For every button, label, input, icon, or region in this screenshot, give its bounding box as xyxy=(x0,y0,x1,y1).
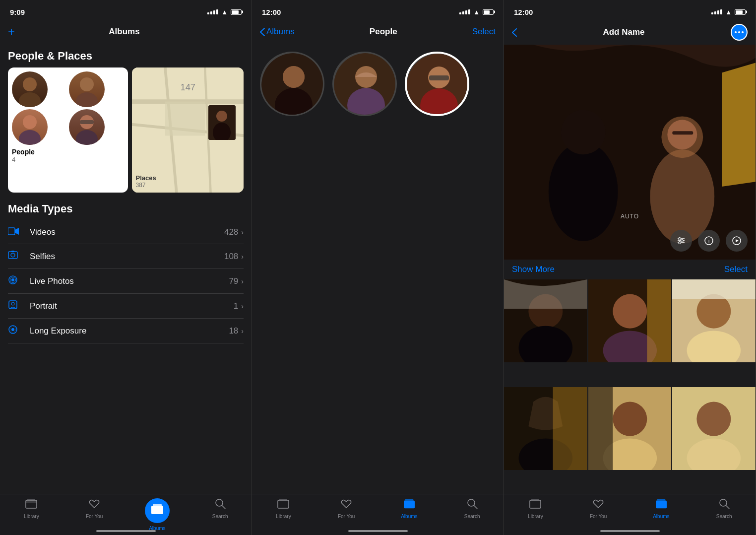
longexposure-icon xyxy=(8,325,24,337)
svg-point-57 xyxy=(738,31,740,33)
livephotos-label: Live Photos xyxy=(30,276,229,286)
addname-nav-title: Add Name xyxy=(603,27,644,37)
avatar-1 xyxy=(12,71,48,107)
tab-library-3[interactable]: Library xyxy=(504,498,567,519)
media-types-section: Media Types Videos 428 › Selfies 108 › xyxy=(8,202,244,343)
show-more-bar: Show More Select xyxy=(504,260,756,279)
media-item-portrait[interactable]: Portrait 1 › xyxy=(8,294,244,319)
person-item-2[interactable] xyxy=(332,52,397,116)
nav-bar-3: Add Name xyxy=(504,22,756,45)
auto-badge: AUTO xyxy=(621,213,639,220)
foryou-tab-label-2: For You xyxy=(338,514,355,519)
media-item-selfies[interactable]: Selfies 108 › xyxy=(8,244,244,269)
search-tab-icon-3 xyxy=(719,498,730,512)
tab-albums-2[interactable]: Albums xyxy=(378,498,441,519)
foryou-tab-label-3: For You xyxy=(590,514,607,519)
search-tab-label-3: Search xyxy=(716,514,732,519)
library-tab-label-2: Library xyxy=(276,514,291,519)
livephotos-count: 79 xyxy=(229,276,238,286)
albums-tab-icon-3 xyxy=(655,498,667,512)
svg-point-0 xyxy=(23,77,37,91)
tab-search-3[interactable]: Search xyxy=(693,498,756,519)
svg-point-77 xyxy=(613,294,647,328)
video-icon xyxy=(8,226,24,238)
svg-rect-33 xyxy=(26,500,37,503)
tab-albums-3[interactable]: Albums xyxy=(630,498,693,519)
tab-library-2[interactable]: Library xyxy=(252,498,315,519)
status-time-1: 9:09 xyxy=(10,8,25,16)
photo-controls: i xyxy=(670,230,748,252)
svg-point-22 xyxy=(11,253,15,257)
tab-library-1[interactable]: Library xyxy=(0,498,63,519)
signal-icon-2 xyxy=(459,9,470,14)
photo-thumb-1[interactable] xyxy=(504,279,587,363)
photo-thumb-4[interactable] xyxy=(504,387,587,470)
adjust-button[interactable] xyxy=(670,230,692,252)
foryou-tab-icon-1 xyxy=(88,498,100,512)
albums-tab-label-3: Albums xyxy=(653,514,669,519)
tab-search-2[interactable]: Search xyxy=(441,498,504,519)
info-button[interactable]: i xyxy=(698,230,720,252)
status-icons-2: ▲ xyxy=(459,8,494,16)
places-card-label: Places xyxy=(136,174,156,182)
media-item-longexposure[interactable]: Long Exposure 18 › xyxy=(8,319,244,343)
back-label-2: Albums xyxy=(266,27,295,37)
svg-marker-20 xyxy=(15,228,19,235)
select-button-2[interactable]: Select xyxy=(472,27,496,37)
places-card[interactable]: 147 Places 387 xyxy=(132,67,244,193)
photo-thumb-2[interactable] xyxy=(588,279,672,363)
more-button[interactable] xyxy=(731,24,748,41)
people-card[interactable]: People 4 xyxy=(8,67,128,193)
nav-bar-2: Albums People Select xyxy=(252,22,504,44)
tab-foryou-3[interactable]: For You xyxy=(567,498,630,519)
svg-rect-35 xyxy=(151,506,163,514)
person-item-3[interactable] xyxy=(405,52,469,116)
svg-point-56 xyxy=(735,31,737,33)
svg-point-81 xyxy=(697,294,731,328)
add-button[interactable]: + xyxy=(8,26,15,38)
svg-rect-95 xyxy=(531,499,539,500)
person-circle-2 xyxy=(332,52,397,116)
tab-foryou-1[interactable]: For You xyxy=(63,498,126,519)
tab-bar-1: Library For You Albums Search xyxy=(0,494,252,535)
share-button[interactable] xyxy=(726,230,748,252)
media-item-videos[interactable]: Videos 428 › xyxy=(8,220,244,244)
wifi-icon-3: ▲ xyxy=(725,8,732,16)
panel-albums: 9:09 ▲ + Albums People & Places xyxy=(0,0,252,535)
svg-rect-14 xyxy=(165,102,204,136)
media-item-livephotos[interactable]: Live Photos 79 › xyxy=(8,269,244,294)
library-tab-icon-1 xyxy=(25,498,37,512)
albums-title: Albums xyxy=(109,27,139,37)
person-circle-1 xyxy=(260,52,324,116)
select-button-3[interactable]: Select xyxy=(724,265,748,274)
media-types-heading: Media Types xyxy=(8,202,244,215)
foryou-tab-icon-2 xyxy=(340,498,352,512)
show-more-button[interactable]: Show More xyxy=(512,265,555,274)
svg-rect-90 xyxy=(588,387,613,470)
svg-point-64 xyxy=(667,120,697,149)
svg-line-99 xyxy=(726,505,729,509)
photo-thumb-6[interactable] xyxy=(672,387,756,470)
tab-foryou-2[interactable]: For You xyxy=(315,498,378,519)
back-button-2[interactable]: Albums xyxy=(260,27,295,37)
signal-icon-1 xyxy=(207,9,218,14)
svg-point-88 xyxy=(613,401,647,436)
photo-thumb-5[interactable] xyxy=(588,387,672,470)
status-time-3: 12:00 xyxy=(514,8,533,16)
videos-label: Videos xyxy=(30,227,224,237)
library-tab-icon-2 xyxy=(277,498,289,512)
livephotos-chevron: › xyxy=(241,277,244,285)
tab-search-1[interactable]: Search xyxy=(189,498,252,519)
svg-rect-97 xyxy=(657,499,666,501)
svg-text:147: 147 xyxy=(180,82,195,92)
back-button-3[interactable] xyxy=(512,28,517,37)
svg-rect-65 xyxy=(672,131,693,134)
portrait-count: 1 xyxy=(234,301,238,311)
tab-albums-1[interactable]: Albums xyxy=(126,498,189,531)
person-item-1[interactable] xyxy=(260,52,324,116)
photo-thumb-3[interactable] xyxy=(672,279,756,363)
svg-point-66 xyxy=(679,237,681,240)
svg-point-17 xyxy=(216,111,227,122)
foryou-tab-label-1: For You xyxy=(86,514,103,519)
svg-point-28 xyxy=(11,302,14,305)
